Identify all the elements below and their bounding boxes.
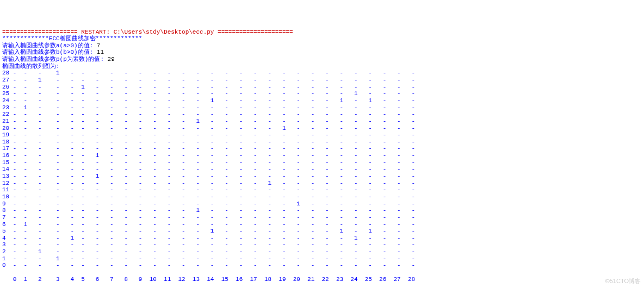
axis-spacer: [2, 269, 6, 276]
scatter-row-27: 27 - - 1 - - - - - - - - - - - - - - - -…: [2, 77, 415, 83]
blank-line: [2, 283, 6, 288]
scatter-row-11: 11 - - - - - - - - - - - - - - - - - - -…: [2, 186, 415, 193]
scatter-row-22: 22 - - - - - - - - - - - - - - - - - - -…: [2, 111, 415, 117]
scatter-row-12: 12 - - - - - - - - - - - - - - - - - - 1…: [2, 180, 415, 186]
scatter-row-23: 23 - 1 - - - - - - - - - - - - - - - - -…: [2, 104, 415, 111]
python-idle-shell: ===================== RESTART: C:\Users\…: [2, 29, 642, 288]
scatter-row-13: 13 - - - - - - 1 - - - - - - - - - - - -…: [2, 173, 415, 179]
scatter-row-14: 14 - - - - - - - - - - - - - - - - - - -…: [2, 166, 415, 172]
scatter-row-8: 8 - - - - - - - - - - - - - 1 - - - - - …: [2, 207, 415, 214]
scatter-row-20: 20 - - - - - - - - - - - - - - - - - - -…: [2, 125, 415, 132]
scatter-row-18: 18 - - - - - - - - - - - - - - - - - - -…: [2, 139, 415, 145]
prompt-b: 请输入椭圆曲线参数b(b>0)的值:: [2, 49, 97, 55]
ecc-title: *************ECC椭圆曲线加密*************: [2, 35, 142, 42]
prompt-p: 请输入椭圆曲线参数p(p为素数)的值:: [2, 56, 108, 62]
scatter-row-1: 1 - - - 1 - - - - - - - - - - - - - - - …: [2, 255, 415, 262]
scatter-row-16: 16 - - - - - - 1 - - - - - - - - - - - -…: [2, 152, 415, 159]
watermark-text: ©51CTO博客: [605, 278, 641, 285]
scatter-row-2: 2 - - 1 - - - - - - - - - - - - - - - - …: [2, 248, 415, 255]
scatter-row-3: 3 - - - - - - - - - - - - - - - - - - - …: [2, 241, 415, 248]
scatter-row-4: 4 - - - - 1 - - - - - - - - - - - - - - …: [2, 235, 415, 241]
scatter-row-21: 21 - - - - - - - - - - - - - 1 - - - - -…: [2, 118, 415, 124]
x-axis: 0 1 2 3 4 5 6 7 8 9 10 11 12 13 14 15 16…: [2, 276, 415, 283]
input-a: 7: [97, 42, 101, 49]
restart-banner: ===================== RESTART: C:\Users\…: [2, 29, 293, 35]
input-b: 11: [97, 49, 104, 55]
scatter-row-9: 9 - - - - - - - - - - - - - - - - - - - …: [2, 201, 415, 207]
scatter-row-17: 17 - - - - - - - - - - - - - - - - - - -…: [2, 145, 415, 152]
scatter-row-5: 5 - - - - - - - - - - - - - - 1 - - - - …: [2, 228, 415, 234]
scatter-row-7: 7 - - - - - - - - - - - - - - - - - - - …: [2, 214, 415, 221]
input-p: 29: [108, 56, 115, 62]
scatter-row-10: 10 - - - - - - - - - - - - - - - - - - -…: [2, 193, 415, 200]
scatter-row-25: 25 - - - - - - - - - - - - - - - - - - -…: [2, 90, 415, 97]
scatter-title: 椭圆曲线的散列图为:: [2, 63, 60, 70]
prompt-a: 请输入椭圆曲线参数a(a>0)的值:: [2, 42, 97, 49]
scatter-row-15: 15 - - - - - - - - - - - - - - - - - - -…: [2, 159, 415, 166]
scatter-row-19: 19 - - - - - - - - - - - - - - - - - - -…: [2, 132, 415, 138]
scatter-row-28: 28 - - - 1 - - - - - - - - - - - - - - -…: [2, 70, 415, 76]
scatter-row-24: 24 - - - - - - - - - - - - - - 1 - - - -…: [2, 97, 415, 104]
scatter-row-26: 26 - - - - - 1 - - - - - - - - - - - - -…: [2, 84, 415, 90]
scatter-row-6: 6 - 1 - - - - - - - - - - - - - - - - - …: [2, 221, 415, 228]
scatter-row-0: 0 - - - - - - - - - - - - - - - - - - - …: [2, 262, 415, 268]
